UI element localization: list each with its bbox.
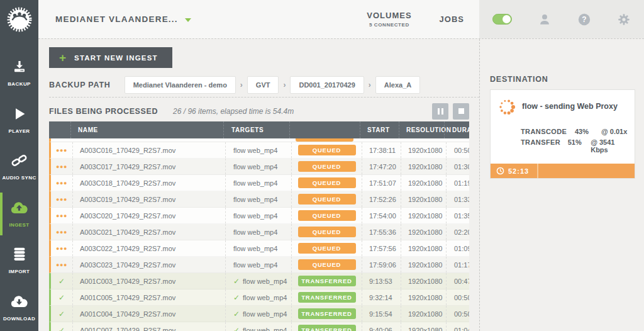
breadcrumb-item[interactable]: Medianet Vlaanderen - demo (125, 76, 236, 94)
file-name: A003C020_170429_R2S7.mov (72, 208, 225, 223)
table-row[interactable]: ●●●A003C023_170429_R2S7.movflow web_mp4Q… (49, 257, 469, 273)
backup-path-bar: BACKUP PATH Medianet Vlaanderen - demo›G… (49, 76, 479, 98)
breadcrumb-separator-icon: › (283, 81, 286, 89)
power-toggle[interactable] (492, 14, 512, 25)
column-header-start: START (360, 121, 399, 138)
table-row[interactable]: ●●●A003C016_170429_R2S7.movflow web_mp4Q… (49, 142, 469, 159)
column-header-targets: TARGETS (223, 121, 289, 138)
status-badge: QUEUED (298, 210, 356, 221)
status-badge: QUEUED (298, 145, 356, 155)
duration: 00:50 (446, 289, 469, 305)
table-row[interactable]: ●●●A003C018_170429_R2S7.movflow web_mp4Q… (49, 175, 469, 191)
table-row[interactable]: ✓A001C003_170429_R2S7.mov✓flow web_mp4TR… (49, 273, 469, 289)
table-row[interactable]: ●●●A003C020_170429_R2S7.movflow web_mp4Q… (49, 208, 469, 224)
start-new-ingest-button[interactable]: + START NEW INGEST (49, 47, 172, 68)
table-row[interactable]: ●●●A003C021_170429_R2S7.movflow web_mp4Q… (49, 224, 469, 240)
file-name: A003C021_170429_R2S7.mov (72, 224, 225, 240)
status-cell: QUEUED (291, 208, 362, 223)
duration: 01:04 (446, 322, 469, 331)
volumes-connected-count: 5 CONNECTED (367, 22, 411, 28)
duration: 01:17 (446, 257, 469, 272)
status-badge: QUEUED (298, 194, 356, 205)
backup-path-label: BACKUP PATH (49, 81, 111, 89)
app-logo[interactable] (0, 0, 38, 38)
row-pending-icon: ●●● (51, 208, 72, 223)
transcode-percent: 43% (575, 128, 601, 135)
organization-name: MEDIANET VLAANDERE... (55, 14, 178, 24)
breadcrumb-item[interactable]: Alexa_A (375, 76, 420, 94)
table-row[interactable]: ✓A001C005_170429_R2S7.mov✓flow web_mp4TR… (49, 289, 469, 306)
help-icon[interactable]: ? (577, 13, 591, 26)
sidebar-item-ingest[interactable]: INGEST (0, 191, 38, 238)
check-icon: ✓ (233, 277, 240, 286)
table-row[interactable]: ✓A001C007_170429_R2S7.mov✓flow web_mp4TR… (49, 322, 469, 331)
table-body[interactable]: ●●●A003C016_170429_R2S7.movflow web_mp4Q… (49, 142, 469, 331)
breadcrumb-separator-icon: › (369, 81, 371, 89)
check-icon: ✓ (233, 326, 240, 331)
chevron-down-icon (185, 18, 191, 22)
ingest-panel: + START NEW INGEST BACKUP PATH Medianet … (38, 39, 479, 331)
file-name: A003C023_170429_R2S7.mov (72, 257, 225, 272)
target-name: flow web_mp4 (225, 224, 291, 240)
file-name: A003C022_170429_R2S7.mov (72, 240, 225, 256)
file-name: A001C007_170429_R2S7.mov (72, 322, 225, 331)
start-time: 17:51:07 (362, 175, 401, 191)
database-icon (12, 247, 27, 264)
row-pending-icon: ●●● (51, 257, 72, 272)
start-time: 17:57:56 (362, 240, 401, 256)
clock-icon (496, 167, 504, 175)
resolution: 1920x1080 (401, 175, 446, 191)
sidebar-item-player[interactable]: PLAYER (0, 97, 38, 144)
top-bar: MEDIANET VLAANDERE... VOLUMES 5 CONNECTE… (0, 0, 644, 38)
elapsed-time-bar: 52:13 (491, 164, 635, 178)
target-name: flow web_mp4 (225, 159, 291, 174)
table-row[interactable]: ●●●A003C022_170429_R2S7.movflow web_mp4Q… (49, 240, 469, 257)
target-name: ✓flow web_mp4 (225, 322, 291, 331)
settings-gear-icon[interactable] (617, 13, 631, 26)
destination-name: flow - sending Web Proxy (522, 98, 618, 111)
row-pending-icon: ●●● (51, 224, 72, 240)
status-cell: QUEUED (291, 142, 362, 158)
resolution: 1920x1080 (401, 224, 446, 240)
sidebar-item-audio-sync[interactable]: AUDIO SYNC (0, 143, 38, 191)
resolution: 1920x1080 (401, 240, 446, 256)
volumes-label: VOLUMES (367, 11, 411, 20)
duration: 01:09 (446, 240, 469, 256)
sidebar-item-download[interactable]: DOWNLOAD (0, 284, 38, 331)
start-time: 17:52:26 (362, 191, 401, 207)
target-name: ✓flow web_mp4 (225, 306, 291, 322)
organization-selector[interactable]: MEDIANET VLAANDERE... (55, 0, 191, 38)
resolution: 1920x1080 (401, 322, 446, 331)
breadcrumb-item[interactable]: DD001_20170429 (290, 76, 364, 94)
table-row[interactable]: ●●●A003C017_170429_R2S7.movflow web_mp4Q… (49, 159, 469, 175)
check-icon: ✓ (233, 293, 240, 302)
table-row[interactable]: ●●●A003C019_170429_R2S7.movflow web_mp4Q… (49, 191, 469, 208)
main-content: + START NEW INGEST BACKUP PATH Medianet … (38, 38, 644, 331)
start-time: 17:55:36 (362, 224, 401, 240)
user-icon[interactable] (538, 13, 552, 26)
status-cell: TRANSFERRED (291, 273, 362, 289)
pause-button[interactable] (432, 103, 448, 120)
start-new-ingest-label: START NEW INGEST (74, 54, 158, 62)
column-header-name: NAME (70, 121, 223, 138)
table-row[interactable]: ✓A001C004_170429_R2S7.mov✓flow web_mp4TR… (49, 306, 469, 322)
status-cell: QUEUED (291, 159, 362, 174)
row-done-icon: ✓ (51, 289, 72, 305)
transfer-rate: @ 3541 Kbps (591, 138, 628, 154)
check-icon: ✓ (233, 310, 240, 318)
status-cell: TRANSFERRED (291, 306, 362, 322)
breadcrumb-item[interactable]: GVT (247, 76, 279, 94)
destination-card: flow - sending Web Proxy TRANSCODE 43% @… (490, 89, 635, 179)
nav-volumes[interactable]: VOLUMES 5 CONNECTED (367, 11, 411, 28)
target-name: flow web_mp4 (225, 175, 291, 191)
sidebar-item-backup[interactable]: BACKUP (0, 50, 38, 97)
files-header-bar: FILES BEING PROCESSED 26 / 96 items, ela… (49, 103, 469, 120)
duration: 00:50 (446, 142, 469, 158)
duration: 01:35 (446, 208, 469, 223)
row-done-icon: ✓ (51, 306, 72, 322)
sidebar-item-import[interactable]: IMPORT (0, 237, 38, 284)
file-name: A001C004_170429_R2S7.mov (72, 306, 225, 322)
nav-jobs[interactable]: JOBS (440, 14, 464, 24)
status-badge: TRANSFERRED (298, 325, 356, 331)
stop-button[interactable] (453, 103, 469, 120)
